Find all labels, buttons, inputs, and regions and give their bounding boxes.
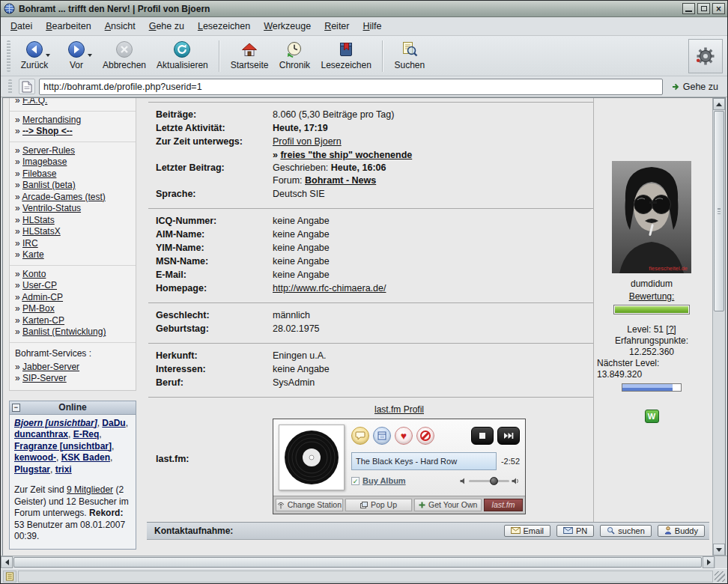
menu-bearbeiten[interactable]: Bearbeiten: [39, 17, 97, 35]
menu-ansicht[interactable]: Ansicht: [98, 17, 142, 35]
reload-label: Aktualisieren: [157, 60, 208, 70]
go-button[interactable]: Gehe zu: [667, 80, 723, 94]
online-user-fragranze-unsichtbar[interactable]: Fragranze [unsichtbar]: [14, 441, 112, 451]
online-user-dadu[interactable]: DaDu: [102, 418, 125, 428]
vertical-scrollbar-track[interactable]: [713, 312, 725, 544]
sidebar-link-admin-cp[interactable]: » Admin-CP: [15, 292, 130, 304]
back-button[interactable]: Zurück: [13, 38, 55, 74]
buy-album-link[interactable]: Buy Album: [363, 475, 406, 487]
profile-value-line: Deutsch SIE: [273, 188, 589, 201]
stop-playback-button[interactable]: [471, 427, 494, 445]
online-user-plugstar[interactable]: Plugstar: [14, 464, 50, 475]
close-button[interactable]: ×: [712, 3, 725, 14]
lastfm-toolbar: Change Station Pop Up: [273, 496, 525, 514]
recommend-button[interactable]: [351, 427, 369, 445]
bookmarks-button[interactable]: Lesezeichen: [315, 38, 376, 74]
sidebar-link-server-rules[interactable]: » Server-Rules: [15, 145, 130, 157]
menu-hilfe[interactable]: Hilfe: [357, 17, 389, 35]
sidebar-link-banlist-beta[interactable]: » Banlist (beta): [15, 180, 130, 192]
volume-knob[interactable]: [490, 477, 498, 485]
down-arrow-icon: [716, 548, 722, 552]
menu-gehe-zu[interactable]: Gehe zu: [142, 17, 191, 35]
scroll-left-button[interactable]: [1, 556, 13, 568]
sidebar-link-karte[interactable]: » Karte: [15, 249, 130, 261]
statusbar: [1, 568, 727, 583]
home-button[interactable]: Startseite: [225, 38, 274, 74]
sidebar-link-sip-server[interactable]: » SIP-Server: [15, 373, 130, 385]
online-user-e-req[interactable]: E-Req: [73, 429, 100, 439]
titlebar[interactable]: Bohramt ... trifft den Nerv! | Profil vo…: [1, 1, 727, 17]
sidebar-link-konto[interactable]: » Konto: [15, 269, 130, 281]
level-help-link[interactable]: [?]: [666, 324, 676, 335]
rating-link[interactable]: Bewertung:: [629, 291, 675, 302]
sidebar-link-hlstats[interactable]: » HLStats: [15, 215, 130, 227]
get-your-own-button[interactable]: Get Your Own: [414, 499, 482, 511]
sidebar-link-f-a-q[interactable]: » F.A.Q.: [15, 98, 130, 107]
back-dropdown-arrow[interactable]: [46, 54, 50, 57]
sidebar-link-pm-box[interactable]: » PM-Box: [15, 303, 130, 315]
sidebar-link-filebase[interactable]: » Filebase: [15, 168, 130, 180]
vertical-scrollbar-thumb[interactable]: [714, 111, 724, 311]
inline-link[interactable]: http://www.rfc-chimaera.de/: [273, 283, 386, 293]
menu-lesezeichen[interactable]: Lesezeichen: [191, 17, 257, 35]
online-user-bjoern-unsichtbar[interactable]: Bjoern [unsichtbar]: [14, 418, 97, 428]
online-user-ksk-baden[interactable]: KSK Baden: [61, 452, 110, 463]
horizontal-scrollbar[interactable]: [1, 556, 715, 568]
playlist-button[interactable]: [373, 427, 391, 445]
toolbar-grip[interactable]: [7, 40, 10, 72]
horizontal-scrollbar-thumb[interactable]: [13, 557, 702, 568]
sidebar-link-shop[interactable]: » --> Shop <--: [15, 126, 130, 138]
inline-link[interactable]: Profil von Bjoern: [273, 136, 342, 147]
page-favicon[interactable]: [19, 79, 35, 94]
skip-button[interactable]: [497, 427, 520, 445]
change-station-button[interactable]: Change Station: [276, 499, 343, 511]
inline-link[interactable]: 9 Mitglieder: [67, 484, 113, 495]
online-user-trixi[interactable]: trixi: [55, 464, 72, 475]
sidebar-link-jabber-server[interactable]: » Jabber-Server: [15, 362, 130, 374]
resize-grip[interactable]: [715, 571, 725, 582]
scroll-down-button[interactable]: [713, 544, 725, 556]
sidebar-link-ventrilo-status[interactable]: » Ventrilo-Status: [15, 203, 130, 215]
profile-row-label: Beiträge:: [156, 109, 273, 121]
url-input[interactable]: [43, 82, 658, 92]
addressbar-grip[interactable]: [8, 79, 12, 94]
sidebar-link-hlstatsx[interactable]: » HLStatsX: [15, 226, 130, 238]
menu-datei[interactable]: Datei: [4, 17, 39, 35]
forward-dropdown-arrow[interactable]: [88, 54, 92, 57]
kontakt-button-suchen[interactable]: suchen: [600, 525, 651, 537]
pop-up-button[interactable]: Pop Up: [345, 499, 413, 511]
forward-button[interactable]: Vor: [55, 38, 97, 74]
inline-link[interactable]: Bohramt - News: [305, 175, 376, 186]
menu-reiter[interactable]: Reiter: [318, 17, 356, 35]
kontakt-button-email[interactable]: Email: [504, 525, 551, 537]
inline-link[interactable]: freies "the ship" wochenende: [280, 150, 412, 160]
maximize-button[interactable]: [697, 3, 710, 14]
online-user-kenwood[interactable]: kenwood-: [14, 452, 56, 463]
sidebar-link-user-cp[interactable]: » User-CP: [15, 280, 130, 292]
lastfm-logo[interactable]: last.fm: [484, 499, 523, 511]
online-user-duncanthrax[interactable]: duncanthrax: [14, 429, 68, 439]
sidebar-link-arcade-games-test[interactable]: » Arcade-Games (test): [15, 192, 130, 204]
history-button[interactable]: Chronik: [273, 38, 315, 74]
volume-slider[interactable]: [469, 480, 509, 482]
sidebar-link-merchandising[interactable]: » Merchandising: [15, 115, 130, 127]
sidebar-link-imagebase[interactable]: » Imagebase: [15, 156, 130, 168]
reload-button[interactable]: Aktualisieren: [151, 38, 213, 74]
collapse-icon[interactable]: −: [12, 404, 20, 412]
scroll-up-button[interactable]: [713, 98, 725, 110]
stop-button[interactable]: Abbrechen: [97, 38, 151, 74]
scroll-right-button[interactable]: [703, 556, 715, 568]
vertical-scrollbar[interactable]: [712, 98, 725, 556]
sidebar-link-banlist-entwicklung[interactable]: » Banlist (Entwicklung): [15, 326, 130, 338]
kontakt-button-buddy[interactable]: Buddy: [658, 525, 705, 537]
sidebar-link-karten-cp[interactable]: » Karten-CP: [15, 315, 130, 327]
search-button[interactable]: Suchen: [389, 38, 431, 74]
sidebar-link-irc[interactable]: » IRC: [15, 238, 130, 250]
menu-werkzeuge[interactable]: Werkzeuge: [257, 17, 318, 35]
kontakt-button-pn[interactable]: PN: [556, 525, 594, 537]
lastfm-profile-link[interactable]: last.fm Profil: [374, 404, 424, 415]
ban-button[interactable]: [416, 427, 434, 445]
minimize-button[interactable]: [682, 3, 695, 14]
love-button[interactable]: ♥: [395, 427, 413, 445]
webmoney-badge[interactable]: W: [645, 410, 659, 423]
